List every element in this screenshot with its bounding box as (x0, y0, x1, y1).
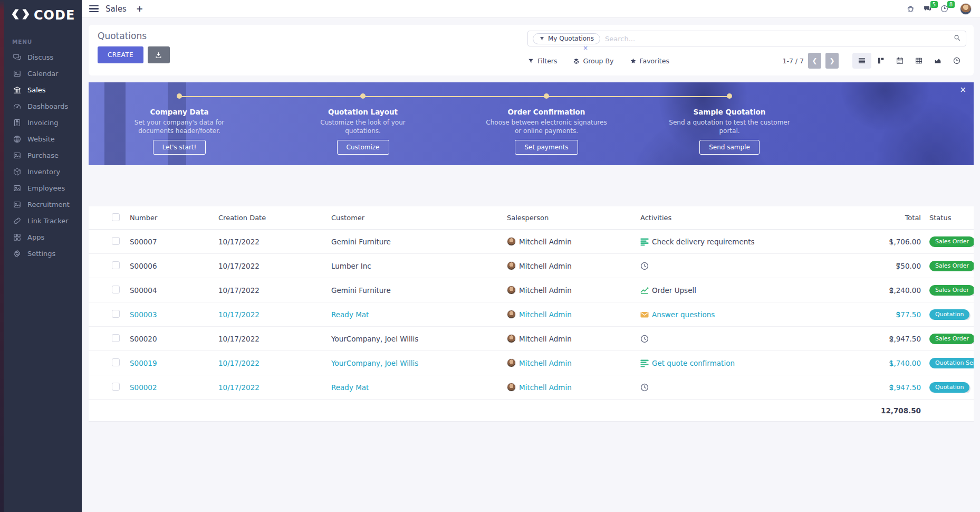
pager-prev-button[interactable]: ❮ (808, 53, 821, 69)
activity-clock-icon[interactable] (640, 383, 649, 392)
status-badge: Quotation (929, 309, 969, 320)
row-checkbox[interactable] (112, 310, 120, 318)
cell-customer: Ready Mat (331, 310, 507, 319)
activity-mail-icon[interactable] (640, 310, 649, 319)
step-title: Order Confirmation (467, 108, 626, 116)
sidebar-menu: Discuss Calendar Sales Dashboards Invoic… (4, 49, 82, 262)
total-amount: 1,706.00 (889, 238, 921, 246)
group-by-button[interactable]: Group By (573, 57, 613, 65)
sidebar-item-settings[interactable]: Settings (4, 245, 82, 262)
sidebar-item-employees[interactable]: Employees (4, 180, 82, 196)
search-magnifier-icon[interactable] (953, 34, 961, 44)
sidebar-item-invoicing[interactable]: Invoicing (4, 115, 82, 131)
header-creation-date[interactable]: Creation Date (218, 214, 331, 222)
cell-customer: Gemini Furniture (331, 286, 507, 295)
header-status[interactable]: Status (923, 214, 974, 222)
salesperson-avatar (507, 383, 516, 392)
hamburger-menu-icon[interactable] (89, 5, 99, 12)
select-all-checkbox[interactable] (112, 213, 120, 221)
table-row[interactable]: S00019 10/17/2022 YourCompany, Joel Will… (89, 351, 974, 375)
sidebar-item-label: Discuss (27, 53, 53, 61)
table-row[interactable]: S00020 10/17/2022 YourCompany, Joel Will… (89, 327, 974, 351)
sidebar-item-discuss[interactable]: Discuss (4, 49, 82, 65)
sidebar-item-sales[interactable]: Sales (4, 82, 82, 98)
row-checkbox[interactable] (112, 334, 120, 342)
sidebar-item-apps[interactable]: Apps (4, 229, 82, 245)
view-list-button[interactable] (852, 53, 871, 69)
row-checkbox[interactable] (112, 261, 120, 269)
sidebar-item-link-tracker[interactable]: Link Tracker (4, 213, 82, 229)
cell-salesperson: Mitchell Admin (507, 310, 640, 319)
sidebar-item-recruitment[interactable]: Recruitment (4, 196, 82, 213)
salesperson-name: Mitchell Admin (519, 238, 572, 246)
sidebar-item-dashboards[interactable]: Dashboards (4, 98, 82, 115)
quotations-table: Number Creation Date Customer Salesperso… (89, 206, 974, 422)
new-tab-button[interactable]: + (136, 4, 143, 14)
sidebar-item-purchase[interactable]: Purchase (4, 147, 82, 164)
row-checkbox[interactable] (112, 383, 120, 391)
banner-close-icon[interactable]: × (959, 85, 966, 94)
salesperson-name: Mitchell Admin (519, 383, 572, 392)
view-calendar-button[interactable] (890, 53, 909, 69)
table-row[interactable]: S00006 10/17/2022 Lumber Inc Mitchell Ad… (89, 254, 974, 278)
header-total[interactable]: Total (849, 214, 923, 222)
cell-total: $1,706.00 (849, 238, 923, 246)
activity-list-icon[interactable] (640, 238, 649, 246)
search-input[interactable] (605, 35, 953, 43)
cell-status: Sales Order (923, 334, 974, 344)
sidebar-item-label: Invoicing (27, 119, 59, 127)
facet-remove-icon[interactable]: × (583, 44, 588, 52)
step-action-button[interactable]: Customize (337, 140, 389, 155)
pager-next-button[interactable]: ❯ (825, 53, 839, 69)
table-row[interactable]: S00003 10/17/2022 Ready Mat Mitchell Adm… (89, 302, 974, 327)
status-badge: Sales Order (929, 334, 974, 344)
cell-number: S00007 (130, 238, 218, 246)
step-action-button[interactable]: Send sample (699, 140, 760, 155)
filters-icon (527, 58, 534, 64)
header-activities[interactable]: Activities (640, 214, 849, 222)
header-number[interactable]: Number (130, 214, 218, 222)
filters-button[interactable]: Filters (527, 57, 557, 65)
activity-clock-icon[interactable] (640, 262, 649, 270)
table-row[interactable]: S00007 10/17/2022 Gemini Furniture Mitch… (89, 230, 974, 254)
table-row[interactable]: S00002 10/17/2022 Ready Mat Mitchell Adm… (89, 375, 974, 400)
step-action-button[interactable]: Let's start! (153, 140, 206, 155)
create-button[interactable]: CREATE (98, 46, 143, 63)
cell-number: S00019 (130, 359, 218, 367)
table-row[interactable]: S00004 10/17/2022 Gemini Furniture Mitch… (89, 278, 974, 302)
view-pivot-button[interactable] (909, 53, 928, 69)
view-kanban-button[interactable] (871, 53, 890, 69)
sidebar: CODE MENU Discuss Calendar Sales Dashboa… (0, 0, 82, 512)
sidebar-item-website[interactable]: Website (4, 131, 82, 147)
search-facet[interactable]: My Quotations (533, 33, 600, 44)
header-salesperson[interactable]: Salesperson (507, 214, 640, 222)
view-graph-button[interactable] (928, 53, 947, 69)
onboarding-step: Quotation Layout Customize the look of y… (284, 93, 442, 155)
activities-clock-icon[interactable]: 8 (940, 4, 949, 13)
cell-activities: Check delivery requirements (640, 238, 849, 246)
row-checkbox[interactable] (112, 237, 120, 245)
activity-clock-icon[interactable] (640, 335, 649, 343)
favorites-button[interactable]: Favorites (630, 57, 669, 65)
current-app-name[interactable]: Sales (105, 4, 127, 14)
user-avatar[interactable] (960, 3, 972, 15)
search-bar[interactable]: My Quotations × (527, 31, 966, 46)
brand-logo[interactable]: CODE (4, 0, 82, 23)
salesperson-name: Mitchell Admin (519, 335, 572, 343)
sidebar-item-label: Dashboards (27, 102, 68, 110)
step-action-button[interactable]: Set payments (515, 140, 578, 155)
header-customer[interactable]: Customer (331, 214, 507, 222)
row-checkbox[interactable] (112, 358, 120, 366)
activity-list-icon[interactable] (640, 359, 649, 367)
salesperson-avatar (507, 286, 516, 295)
activity-chart-icon[interactable] (640, 286, 649, 295)
messages-icon[interactable]: 5 (923, 4, 932, 13)
export-button[interactable] (148, 46, 170, 63)
sidebar-item-calendar[interactable]: Calendar (4, 65, 82, 82)
sidebar-item-inventory[interactable]: Inventory (4, 164, 82, 180)
cell-activities (640, 383, 849, 392)
row-checkbox[interactable] (112, 286, 120, 293)
cell-activities: Order Upsell (640, 286, 849, 295)
debug-bug-icon[interactable] (906, 4, 915, 13)
view-activity-button[interactable] (947, 53, 966, 69)
